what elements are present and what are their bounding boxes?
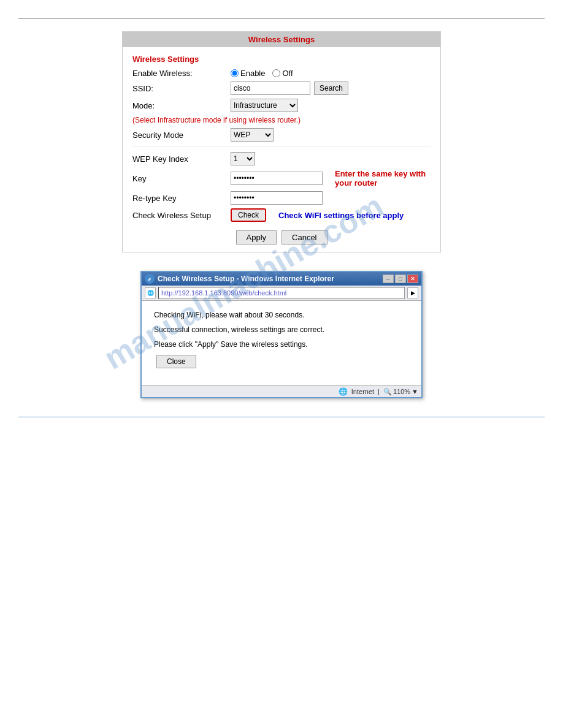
- check-annotation: Check WiFI settings before apply: [278, 211, 404, 220]
- ie-window-controls: ─ □ ✕: [383, 275, 418, 283]
- retype-key-field: [231, 191, 323, 205]
- enable-radio-text: Enable: [240, 69, 265, 78]
- ie-content: Checking WiFi, please wait about 30 seco…: [142, 301, 421, 385]
- key-field: Enter the same key with your router: [231, 169, 431, 188]
- mode-label: Mode:: [132, 101, 231, 110]
- ie-status-right: 🌐 Internet | 🔍 110% ▼: [339, 387, 418, 396]
- ie-address-bar[interactable]: http://192.168.1.163:8090/web/check.html: [158, 287, 405, 299]
- ssid-row: SSID: Search: [132, 82, 431, 95]
- ie-address-text: http://192.168.1.163:8090/web/check.html: [161, 289, 286, 297]
- security-mode-field: WEP WPA None: [231, 128, 274, 142]
- ie-toolbar: 🌐 http://192.168.1.163:8090/web/check.ht…: [142, 286, 421, 301]
- ie-go-icon[interactable]: ▶: [407, 287, 418, 298]
- zoom-arrow: ▼: [412, 388, 418, 395]
- mode-field: Infrastructure Ad-hoc: [231, 99, 298, 112]
- infra-note: (Select Infrastructure mode if using wir…: [132, 116, 431, 124]
- check-wireless-label: Check Wireless Setup: [132, 211, 231, 220]
- enable-radio[interactable]: [231, 69, 239, 77]
- key-annotation: Enter the same key with your router: [335, 169, 431, 188]
- success-line1: Successful connection, wireless settings…: [154, 325, 409, 334]
- ie-window-title: Check Wireless Setup - Windows Internet …: [158, 275, 334, 283]
- security-mode-select[interactable]: WEP WPA None: [231, 128, 274, 142]
- wep-key-index-label: WEP Key Index: [132, 154, 231, 164]
- checking-text: Checking WiFi, please wait about 30 seco…: [154, 311, 409, 319]
- off-radio-text: Off: [282, 69, 293, 78]
- ie-window-wrapper: e Check Wireless Setup - Windows Interne…: [140, 271, 423, 398]
- enable-wireless-label: Enable Wireless:: [132, 69, 231, 78]
- panel-title: Wireless Settings: [248, 35, 315, 44]
- ie-close-dialog-button[interactable]: Close: [156, 355, 196, 368]
- zoom-separator: |: [378, 388, 380, 395]
- panel-header: Wireless Settings: [123, 32, 440, 47]
- ie-window: e Check Wireless Setup - Windows Interne…: [140, 271, 423, 398]
- search-button[interactable]: Search: [314, 82, 348, 95]
- key-row: Key Enter the same key with your router: [132, 169, 431, 188]
- check-wireless-field: Check Check WiFI settings before apply: [231, 208, 404, 222]
- zoom-control: 🔍 110% ▼: [383, 388, 418, 396]
- enable-wireless-row: Enable Wireless: Enable Off: [132, 69, 431, 78]
- enable-wireless-field: Enable Off: [231, 69, 293, 78]
- panel-body: Wireless Settings Enable Wireless: Enabl…: [123, 47, 440, 252]
- retype-key-label: Re-type Key: [132, 194, 231, 203]
- internet-icon: 🌐: [339, 387, 348, 396]
- internet-label: Internet: [351, 388, 374, 395]
- ie-minimize-button[interactable]: ─: [383, 275, 394, 283]
- security-mode-row: Security Mode WEP WPA None: [132, 128, 431, 142]
- ie-browser-icon: e: [145, 274, 155, 284]
- check-wireless-row: Check Wireless Setup Check Check WiFI se…: [132, 208, 431, 222]
- wep-key-index-field: 1 2 3 4: [231, 152, 255, 165]
- retype-key-input[interactable]: [231, 191, 323, 205]
- cancel-button[interactable]: Cancel: [282, 230, 327, 245]
- ie-restore-button[interactable]: □: [395, 275, 406, 283]
- mode-row: Mode: Infrastructure Ad-hoc: [132, 99, 431, 112]
- retype-key-row: Re-type Key: [132, 191, 431, 205]
- check-button[interactable]: Check: [231, 208, 266, 222]
- apply-button[interactable]: Apply: [236, 230, 277, 245]
- wep-key-index-select[interactable]: 1 2 3 4: [231, 152, 255, 165]
- wep-key-index-row: WEP Key Index 1 2 3 4: [132, 152, 431, 165]
- security-mode-label: Security Mode: [132, 131, 231, 140]
- ssid-field: Search: [231, 82, 348, 95]
- off-radio[interactable]: [272, 69, 280, 77]
- top-rule: [18, 18, 545, 19]
- ie-title-left: e Check Wireless Setup - Windows Interne…: [145, 274, 334, 284]
- ie-close-button[interactable]: ✕: [407, 275, 418, 283]
- success-line2: Please click "Apply" Save the wireless s…: [154, 340, 409, 349]
- off-radio-label[interactable]: Off: [272, 69, 293, 78]
- zoom-level: 110%: [393, 388, 410, 395]
- section-title: Wireless Settings: [132, 55, 431, 64]
- bottom-rule: [18, 417, 545, 417]
- key-label: Key: [132, 174, 231, 183]
- divider1: [132, 146, 431, 147]
- key-input[interactable]: [231, 172, 323, 185]
- ie-page-icon: 🌐: [145, 287, 156, 298]
- zoom-icon: 🔍: [383, 388, 392, 396]
- wireless-settings-panel: Wireless Settings Wireless Settings Enab…: [122, 31, 441, 252]
- ssid-input[interactable]: [231, 82, 310, 95]
- ssid-label: SSID:: [132, 84, 231, 93]
- mode-select[interactable]: Infrastructure Ad-hoc: [231, 99, 298, 112]
- enable-radio-label[interactable]: Enable: [231, 69, 265, 78]
- bottom-buttons: Apply Cancel: [132, 230, 431, 245]
- ie-statusbar: 🌐 Internet | 🔍 110% ▼: [142, 385, 421, 397]
- ie-titlebar: e Check Wireless Setup - Windows Interne…: [142, 272, 421, 286]
